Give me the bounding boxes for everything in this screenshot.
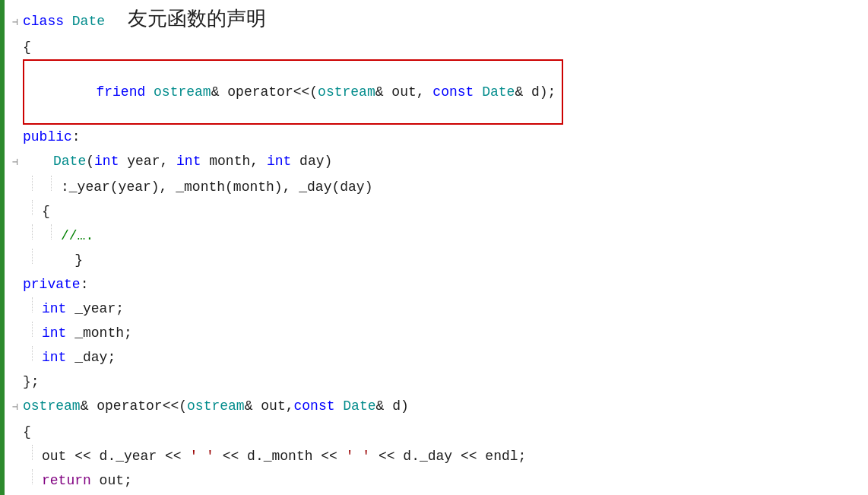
line-15: ⊣ ostream& operator<<(ostream& out,const… <box>12 394 868 420</box>
page-title: 友元函数的声明 <box>128 6 266 30</box>
line-18: return out; <box>12 468 868 493</box>
line-16: { <box>12 420 868 444</box>
line-5: ⊣ Date(int year, int month, int day) <box>12 149 868 175</box>
friend-declaration-box: friend ostream& operator<<(ostream& out,… <box>23 59 563 125</box>
kw-public: public <box>23 125 72 149</box>
line-7: { <box>12 199 868 224</box>
kw-int-3: int <box>42 345 66 370</box>
initializer-list: :_year(year), _month(month), _day(day) <box>61 175 372 199</box>
kw-int-1: int <box>42 297 66 321</box>
line-1: ⊣ class Date 友元函数的声明 <box>12 6 868 35</box>
keyword-class: class <box>23 9 72 33</box>
kw-private: private <box>23 272 81 297</box>
type-date-1: Date <box>482 84 515 100</box>
code-area: ⊣ class Date 友元函数的声明 { friend ostream& o… <box>5 0 868 495</box>
line-10: private: <box>12 272 868 297</box>
type-date-2: Date <box>343 394 375 418</box>
fold-icon-1[interactable]: ⊣ <box>12 11 23 35</box>
var-month: _month; <box>66 321 131 345</box>
operator-name-1: operator<<( <box>227 84 318 100</box>
kw-int-year: int <box>94 149 119 173</box>
type-ostream-4: ostream <box>187 394 245 418</box>
kw-int-2: int <box>42 321 66 345</box>
line-2: { <box>12 35 868 59</box>
kw-const-1: const <box>432 84 482 100</box>
comment-text: //…. <box>61 224 93 248</box>
var-year: _year; <box>66 297 124 321</box>
class-name: Date <box>72 9 105 33</box>
line-17: out << d._year << ' ' << d._month << ' '… <box>12 444 868 468</box>
kw-friend: friend <box>96 84 154 100</box>
line-6: :_year(year), _month(month), _day(day) <box>12 175 868 199</box>
line-9: } <box>12 248 868 272</box>
line-12: int _month; <box>12 321 868 345</box>
line-13: int _day; <box>12 345 868 370</box>
var-day: _day; <box>66 345 116 370</box>
type-ostream-3: ostream <box>23 394 81 418</box>
kw-int-month: int <box>176 149 201 173</box>
open-brace-1: { <box>23 35 31 59</box>
line-3: friend ostream& operator<<(ostream& out,… <box>12 59 868 125</box>
constructor-name: Date <box>53 149 86 173</box>
line-4: public: <box>12 125 868 149</box>
fold-icon-5[interactable]: ⊣ <box>12 151 23 175</box>
line-8: //…. <box>12 224 868 248</box>
close-class: }; <box>23 370 40 394</box>
open-brace-3: { <box>23 420 31 444</box>
kw-return: return <box>42 468 91 493</box>
line-11: int _year; <box>12 297 868 321</box>
type-ostream-1: ostream <box>154 84 211 100</box>
type-ostream-2: ostream <box>318 84 375 100</box>
operator-name-2: operator<<( <box>97 394 187 418</box>
open-brace-2: { <box>42 199 50 224</box>
kw-const-2: const <box>294 394 344 418</box>
kw-int-day: int <box>267 149 291 173</box>
line-14: }; <box>12 370 868 394</box>
editor: ⊣ class Date 友元函数的声明 { friend ostream& o… <box>0 0 868 495</box>
close-brace-2: } <box>42 248 83 272</box>
fold-icon-15[interactable]: ⊣ <box>12 395 23 420</box>
out-statement: out << d._year << <box>42 444 189 468</box>
